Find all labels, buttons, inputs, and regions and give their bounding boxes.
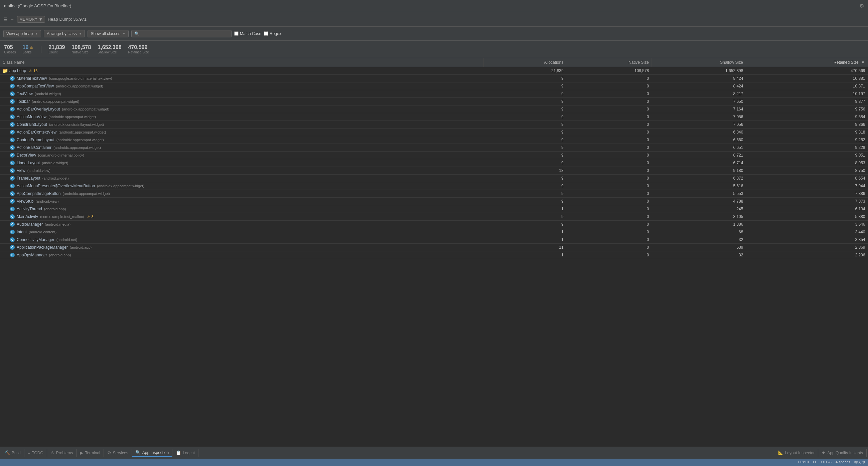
class-name-text: ActivityThread	[17, 207, 42, 211]
tab-layout-inspector-label: Layout Inspector	[785, 451, 815, 455]
class-name-text: app heap	[9, 68, 26, 73]
class-name-text: AudioManager	[17, 222, 43, 227]
table-row[interactable]: CConstraintLayout (androidx.constraintla…	[0, 121, 868, 129]
col-class-name[interactable]: Class Name	[0, 58, 484, 67]
leaks-label: Leaks	[23, 51, 32, 54]
match-case-group[interactable]: Match Case	[234, 31, 261, 36]
class-type-icon: C	[10, 76, 15, 81]
table-row[interactable]: CContentFrameLayout (androidx.appcompat.…	[0, 136, 868, 144]
view-app-heap-dropdown[interactable]: View app heap ▼	[3, 30, 41, 37]
native-size-cell: 0	[566, 136, 652, 144]
table-row[interactable]: CActionBarContainer (androidx.appcompat.…	[0, 144, 868, 152]
class-type-icon: C	[10, 199, 15, 204]
stat-divider-1: |	[40, 45, 42, 53]
class-name-cell-td: CViewStub (android.view)	[0, 198, 484, 205]
table-row[interactable]: CAppCompatImageButton (androidx.appcompa…	[0, 190, 868, 198]
table-row[interactable]: CAppOpsManager (android.app)10322,296	[0, 252, 868, 259]
tab-layout-inspector[interactable]: 📐 Layout Inspector	[775, 449, 818, 457]
shallow-size-cell: 8,424	[651, 82, 746, 90]
status-right: 118:10 LF UTF-8 4 spaces 交人申	[798, 460, 865, 465]
match-case-checkbox[interactable]	[234, 31, 239, 36]
class-name-cell-td: CView (android.view)	[0, 167, 484, 175]
table-row[interactable]: CActionMenuPresenter$OverflowMenuButton …	[0, 182, 868, 190]
shallow-size-value: 1,652,398	[98, 44, 121, 51]
table-row[interactable]: CActionBarContextView (androidx.appcompa…	[0, 129, 868, 136]
shallow-size-cell: 1,652,398	[651, 67, 746, 75]
class-name-text: AppCompatImageButton	[17, 191, 60, 196]
col-shallow-size[interactable]: Shallow Size	[651, 58, 746, 67]
shallow-size-cell: 8,217	[651, 90, 746, 98]
tab-app-quality-insights-label: App Quality Insights	[827, 451, 863, 455]
search-input[interactable]	[141, 31, 228, 36]
retained-size-label: Retained Size	[128, 51, 149, 54]
class-name-container: CMainActivity (com.example.test_malloc) …	[3, 214, 481, 219]
table-row[interactable]: CDecorView (com.android.internal.policy)…	[0, 152, 868, 159]
table-row[interactable]: CActionBarOverlayLayout (androidx.appcom…	[0, 105, 868, 113]
table-row[interactable]: CActivityThread (android.app)102456,134	[0, 205, 868, 213]
col-native-size[interactable]: Native Size	[566, 58, 652, 67]
arrange-by-class-dropdown[interactable]: Arrange by class ▼	[44, 30, 85, 37]
tab-logcat[interactable]: 📋 Logcat	[173, 449, 198, 457]
table-row[interactable]: CMainActivity (com.example.test_malloc) …	[0, 213, 868, 221]
table-row[interactable]: CViewStub (android.view)904,7887,373	[0, 198, 868, 205]
tab-todo[interactable]: ≡ TODO	[24, 449, 47, 457]
class-type-icon: C	[10, 153, 15, 158]
tab-problems[interactable]: ⚠ Problems	[47, 449, 77, 457]
table-row[interactable]: CAppCompatTextView (androidx.appcompat.w…	[0, 82, 868, 90]
class-name-container: CActionMenuPresenter$OverflowMenuButton …	[3, 184, 481, 188]
back-icon[interactable]: ←	[10, 17, 14, 22]
todo-icon: ≡	[28, 450, 30, 455]
shallow-size-cell: 6,372	[651, 175, 746, 182]
dropdown-arrow-3: ▼	[122, 32, 126, 35]
regex-checkbox[interactable]	[264, 31, 268, 36]
class-name-text: AppOpsManager	[17, 253, 47, 257]
native-size-cell: 0	[566, 121, 652, 129]
native-size-cell: 0	[566, 221, 652, 228]
table-row[interactable]: CIntent (android.content)10683,440	[0, 228, 868, 236]
class-name-text: FrameLayout	[17, 176, 40, 180]
table-row[interactable]: CAudioManager (android.media)901,3863,64…	[0, 221, 868, 228]
class-name-container: CTextView (android.widget)	[3, 92, 481, 96]
regex-group[interactable]: Regex	[264, 31, 281, 36]
col-retained-size[interactable]: Retained Size ▼	[746, 58, 868, 67]
tab-app-inspection[interactable]: 🔍 App Inspection	[132, 448, 173, 457]
class-name-container: CFrameLayout (android.widget)	[3, 176, 481, 180]
table-row[interactable]: CFrameLayout (android.widget)906,3728,65…	[0, 175, 868, 182]
allocations-cell: 11	[484, 244, 566, 252]
search-box[interactable]: 🔍	[131, 30, 231, 37]
tab-terminal[interactable]: ▶ Terminal	[76, 449, 103, 457]
dropdown-arrow-2: ▼	[79, 32, 82, 35]
shallow-size-cell: 4,788	[651, 198, 746, 205]
tab-app-quality-insights[interactable]: ★ App Quality Insights	[818, 449, 867, 457]
col-allocations[interactable]: Allocations	[484, 58, 566, 67]
shallow-size-cell: 6,714	[651, 159, 746, 167]
table-row[interactable]: 📁app heap ⚠ 1621,839108,5781,652,398470,…	[0, 67, 868, 75]
class-name-container: CAppOpsManager (android.app)	[3, 253, 481, 257]
class-name-text: ConstraintLayout	[17, 122, 47, 127]
settings-icon[interactable]: ⚙	[859, 3, 864, 9]
table-row[interactable]: CTextView (android.widget)908,21710,197	[0, 90, 868, 98]
class-name-cell-td: CTextView (android.widget)	[0, 90, 484, 98]
table-row[interactable]: CMaterialTextView (com.google.android.ma…	[0, 75, 868, 82]
status-bar: 118:10 LF UTF-8 4 spaces 交人申	[0, 459, 868, 466]
class-package-text: (android.app)	[70, 245, 92, 249]
table-row[interactable]: CApplicationPackageManager (android.app)…	[0, 244, 868, 252]
leaks-stat: 16 ⚠ Leaks	[23, 44, 34, 54]
memory-arrow-icon: ▼	[39, 17, 43, 22]
memory-dropdown[interactable]: MEMORY ▼	[17, 16, 45, 23]
show-all-classes-dropdown[interactable]: Show all classes ▼	[88, 30, 129, 37]
retained-size-cell: 6,134	[746, 205, 868, 213]
table-row[interactable]: CLinearLayout (android.widget)906,7148,9…	[0, 159, 868, 167]
table-row[interactable]: CToolbar (androidx.appcompat.widget)907,…	[0, 98, 868, 105]
table-row[interactable]: CView (android.view)1809,1808,750	[0, 167, 868, 175]
tab-services[interactable]: ⚙ Services	[104, 449, 132, 457]
sidebar-toggle-icon[interactable]: ☰	[3, 17, 8, 22]
class-name-container: CContentFrameLayout (androidx.appcompat.…	[3, 137, 481, 142]
table-row[interactable]: CConnectivityManager (android.net)10323,…	[0, 236, 868, 244]
table-row[interactable]: CActionMenuView (androidx.appcompat.widg…	[0, 113, 868, 121]
class-name-text: TextView	[17, 92, 33, 96]
tab-build[interactable]: 🔨 Build	[1, 449, 24, 457]
retained-size-cell: 9,051	[746, 152, 868, 159]
leak-badge: ⚠ 16	[28, 69, 37, 73]
table-header: Class Name Allocations Native Size Shall…	[0, 58, 868, 67]
